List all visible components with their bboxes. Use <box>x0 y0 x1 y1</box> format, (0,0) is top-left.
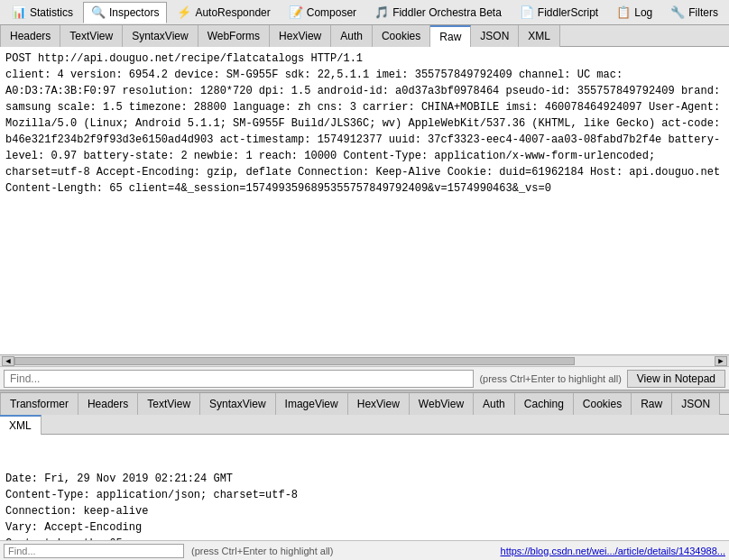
inspectors-icon: 🔍 <box>91 5 106 19</box>
response-panel: Transformer Headers TextView SyntaxView … <box>0 393 729 560</box>
request-tab-bar: Headers TextView SyntaxView WebForms Hex… <box>0 25 729 47</box>
tab-request-hexview[interactable]: HexView <box>270 25 331 47</box>
autoresponder-icon: ⚡ <box>177 5 191 19</box>
fiddler-orchestra-label: Fiddler Orchestra Beta <box>392 6 502 19</box>
top-nav-bar: 📊 Statistics 🔍 Inspectors ⚡ AutoResponde… <box>0 0 729 25</box>
response-tab-bar: Transformer Headers TextView SyntaxView … <box>0 393 729 415</box>
request-find-input[interactable] <box>4 370 474 388</box>
request-first-line: POST http://api.douguo.net/recipe/flatca… <box>5 50 724 67</box>
tab-response-transformer[interactable]: Transformer <box>0 393 78 415</box>
tab-request-xml[interactable]: XML <box>519 25 560 47</box>
hscroll-thumb[interactable] <box>14 357 575 365</box>
tab-request-raw[interactable]: Raw <box>430 25 471 47</box>
response-find-hint: (press Ctrl+Enter to highlight all) <box>188 546 337 556</box>
tab-response-auth[interactable]: Auth <box>474 393 515 415</box>
tab-response-json[interactable]: JSON <box>672 393 720 415</box>
hscroll-left-btn[interactable]: ◀ <box>2 356 14 366</box>
nav-item-fiddler-orchestra[interactable]: 🎵 Fiddler Orchestra Beta <box>366 2 510 23</box>
response-sub-tab-bar: XML <box>0 415 729 435</box>
tab-response-headers[interactable]: Headers <box>78 393 138 415</box>
composer-icon: 📝 <box>289 5 303 19</box>
response-content: Date: Fri, 29 Nov 2019 02:21:24 GMT Cont… <box>5 471 724 540</box>
composer-label: Composer <box>307 6 356 19</box>
tab-response-caching[interactable]: Caching <box>515 393 574 415</box>
statistics-icon: 📊 <box>12 5 26 19</box>
tab-response-cookies[interactable]: Cookies <box>574 393 632 415</box>
log-icon: 📋 <box>616 5 631 19</box>
filters-icon: 🔧 <box>670 5 685 19</box>
request-panel: Headers TextView SyntaxView WebForms Hex… <box>0 25 729 390</box>
post-label: POST <box>5 52 38 65</box>
nav-item-statistics[interactable]: 📊 Statistics <box>4 2 81 23</box>
tab-response-imageview[interactable]: ImageView <box>276 393 348 415</box>
nav-item-log[interactable]: 📋 Log <box>608 2 660 23</box>
nav-item-composer[interactable]: 📝 Composer <box>281 2 364 23</box>
request-find-hint: (press Ctrl+Enter to highlight all) <box>474 373 626 384</box>
response-find-input[interactable] <box>4 544 184 558</box>
view-notepad-button[interactable]: View in Notepad <box>627 370 725 388</box>
request-url-link[interactable]: http://api.douguo.net/recipe/flatcatalog… <box>38 52 363 65</box>
nav-item-fiddlerscript[interactable]: 📄 FiddlerScript <box>512 2 606 23</box>
fiddler-orchestra-icon: 🎵 <box>374 5 389 19</box>
response-bottom-bar: (press Ctrl+Enter to highlight all) http… <box>0 540 729 560</box>
tab-response-xml[interactable]: XML <box>0 415 42 435</box>
tab-response-syntaxview[interactable]: SyntaxView <box>200 393 275 415</box>
hscroll-track[interactable] <box>14 356 715 366</box>
tab-request-auth[interactable]: Auth <box>331 25 373 47</box>
nav-item-inspectors[interactable]: 🔍 Inspectors <box>83 2 167 23</box>
tab-response-textview[interactable]: TextView <box>138 393 200 415</box>
log-label: Log <box>634 6 652 19</box>
nav-item-autoresponder[interactable]: ⚡ AutoResponder <box>169 2 278 23</box>
filters-label: Filters <box>688 6 718 19</box>
tab-response-hexview[interactable]: HexView <box>348 393 410 415</box>
tab-request-cookies[interactable]: Cookies <box>373 25 430 47</box>
inspectors-label: Inspectors <box>109 6 159 19</box>
request-text-area: POST http://api.douguo.net/recipe/flatca… <box>0 47 729 354</box>
tab-request-json[interactable]: JSON <box>471 25 519 47</box>
hscroll-right-btn[interactable]: ▶ <box>715 356 727 366</box>
tab-request-syntaxview[interactable]: SyntaxView <box>123 25 198 47</box>
fiddlerscript-label: FiddlerScript <box>538 6 598 19</box>
autoresponder-label: AutoResponder <box>195 6 270 19</box>
tab-request-headers[interactable]: Headers <box>0 25 60 47</box>
request-find-bar: (press Ctrl+Enter to highlight all) View… <box>0 366 729 390</box>
nav-item-filters[interactable]: 🔧 Filters <box>662 2 726 23</box>
statistics-label: Statistics <box>30 6 73 19</box>
fiddlerscript-icon: 📄 <box>520 5 534 19</box>
app-container: 📊 Statistics 🔍 Inspectors ⚡ AutoResponde… <box>0 0 729 560</box>
tab-request-textview[interactable]: TextView <box>60 25 123 47</box>
request-hscroll[interactable]: ◀ ▶ <box>0 354 729 366</box>
tab-response-raw[interactable]: Raw <box>632 393 672 415</box>
tab-response-webview[interactable]: WebView <box>410 393 474 415</box>
response-status-link[interactable]: https://blog.csdn.net/wei.../article/det… <box>501 546 725 556</box>
response-text-area: Date: Fri, 29 Nov 2019 02:21:24 GMT Cont… <box>0 435 729 540</box>
request-body-text: client: 4 version: 6954.2 device: SM-G95… <box>5 67 724 197</box>
tab-request-webforms[interactable]: WebForms <box>198 25 270 47</box>
